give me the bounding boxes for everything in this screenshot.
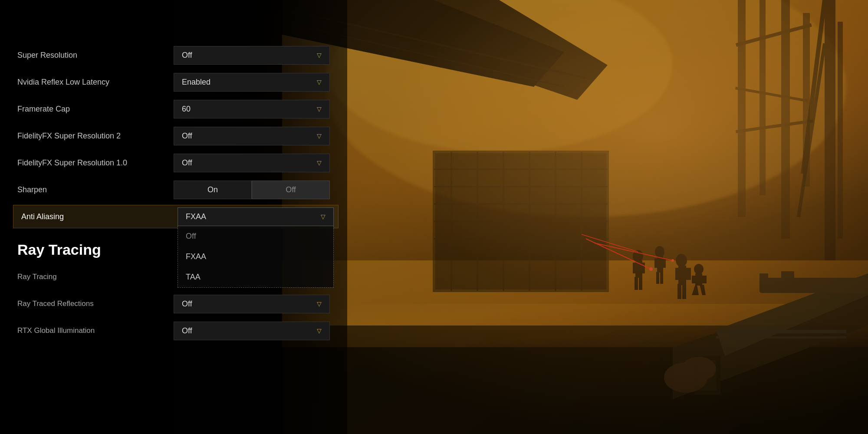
sharpen-off-button[interactable]: Off <box>252 181 330 199</box>
background-scene <box>282 0 868 434</box>
svg-point-43 <box>676 254 687 267</box>
svg-rect-68 <box>760 273 768 280</box>
fidelityfx2-label: FidelityFX Super Resolution 2 <box>13 132 174 141</box>
svg-rect-39 <box>654 258 658 268</box>
svg-rect-52 <box>702 276 707 283</box>
anti-aliasing-label: Anti Aliasing <box>17 212 178 221</box>
anti-aliasing-dropdown[interactable]: FXAA ▽ <box>178 207 334 226</box>
svg-rect-47 <box>677 284 681 299</box>
option-fxaa-label: FXAA <box>186 252 206 261</box>
svg-rect-46 <box>686 268 691 280</box>
svg-rect-64 <box>760 278 868 293</box>
settings-panel: Super Resolution Off ▽ Nvidia Reflex Low… <box>0 0 347 434</box>
svg-rect-67 <box>781 271 794 280</box>
fidelityfx2-row: FidelityFX Super Resolution 2 Off ▽ <box>13 124 339 148</box>
fidelityfx2-value: Off <box>182 132 192 141</box>
option-off[interactable]: Off <box>178 226 333 247</box>
rtx-global-illumination-label: RTX Global Illumination <box>13 326 174 335</box>
nvidia-reflex-row: Nvidia Reflex Low Latency Enabled ▽ <box>13 70 339 94</box>
svg-rect-35 <box>635 277 638 290</box>
framerate-cap-label: Framerate Cap <box>13 105 174 114</box>
ray-traced-reflections-chevron: ▽ <box>317 300 322 307</box>
super-resolution-value: Off <box>182 51 192 60</box>
anti-aliasing-options: Off FXAA TAA <box>178 226 334 288</box>
svg-rect-6 <box>781 0 790 239</box>
svg-point-59 <box>671 259 674 262</box>
fidelityfx1-value: Off <box>182 158 192 168</box>
fidelityfx1-label: FidelityFX Super Resolution 1.0 <box>13 158 174 168</box>
sharpen-off-label: Off <box>286 185 296 194</box>
svg-point-72 <box>681 357 716 381</box>
ray-tracing-item-label: Ray Tracing <box>13 273 174 281</box>
sharpen-toggle-group: On Off <box>174 181 330 199</box>
rtx-global-illumination-chevron: ▽ <box>317 327 322 334</box>
fidelityfx1-chevron: ▽ <box>317 159 322 166</box>
nvidia-reflex-value: Enabled <box>182 78 210 87</box>
svg-point-58 <box>649 267 653 271</box>
svg-rect-12 <box>838 22 843 239</box>
svg-rect-36 <box>639 277 642 290</box>
rtx-global-illumination-dropdown[interactable]: Off ▽ <box>174 322 330 340</box>
fidelityfx1-dropdown[interactable]: Off ▽ <box>174 154 330 172</box>
svg-rect-42 <box>660 272 663 284</box>
anti-aliasing-row: Anti Aliasing FXAA ▽ Off FXAA TAA <box>13 205 339 228</box>
svg-rect-45 <box>675 268 680 280</box>
framerate-cap-value: 60 <box>182 105 191 114</box>
svg-rect-11 <box>825 0 835 260</box>
settings-wrapper: Super Resolution Off ▽ Nvidia Reflex Low… <box>13 43 339 342</box>
svg-rect-51 <box>692 276 696 283</box>
framerate-cap-chevron: ▽ <box>317 105 322 112</box>
option-off-label: Off <box>186 232 196 240</box>
framerate-cap-dropdown[interactable]: 60 ▽ <box>174 100 330 118</box>
super-resolution-dropdown[interactable]: Off ▽ <box>174 46 330 65</box>
sharpen-on-button[interactable]: On <box>174 181 252 199</box>
option-taa[interactable]: TAA <box>178 267 333 287</box>
svg-rect-70 <box>716 336 846 339</box>
option-fxaa[interactable]: FXAA <box>178 247 333 267</box>
svg-point-37 <box>655 246 664 257</box>
sharpen-label: Sharpen <box>13 185 174 194</box>
framerate-cap-row: Framerate Cap 60 ▽ <box>13 97 339 121</box>
ray-traced-reflections-value: Off <box>182 299 192 309</box>
svg-rect-41 <box>656 272 659 284</box>
svg-rect-5 <box>760 0 766 195</box>
nvidia-reflex-chevron: ▽ <box>317 79 322 85</box>
svg-rect-4 <box>738 0 746 217</box>
anti-aliasing-dropdown-container: FXAA ▽ Off FXAA TAA <box>178 207 334 226</box>
nvidia-reflex-dropdown[interactable]: Enabled ▽ <box>174 73 330 92</box>
svg-rect-69 <box>716 330 846 333</box>
fidelityfx1-row: FidelityFX Super Resolution 1.0 Off ▽ <box>13 151 339 174</box>
anti-aliasing-value: FXAA <box>186 212 206 221</box>
option-taa-label: TAA <box>186 273 201 281</box>
ray-traced-reflections-label: Ray Traced Reflections <box>13 299 174 308</box>
fidelityfx2-dropdown[interactable]: Off ▽ <box>174 127 330 145</box>
sharpen-on-label: On <box>207 185 218 194</box>
anti-aliasing-chevron: ▽ <box>321 213 326 220</box>
fidelityfx2-chevron: ▽ <box>317 132 322 139</box>
super-resolution-label: Super Resolution <box>13 51 174 60</box>
nvidia-reflex-label: Nvidia Reflex Low Latency <box>13 78 174 87</box>
rtx-global-illumination-value: Off <box>182 326 192 335</box>
super-resolution-row: Super Resolution Off ▽ <box>13 43 339 67</box>
super-resolution-chevron: ▽ <box>317 52 322 59</box>
svg-rect-33 <box>633 263 637 273</box>
svg-point-49 <box>694 264 704 274</box>
ray-traced-reflections-row: Ray Traced Reflections Off ▽ <box>13 292 339 316</box>
ray-traced-reflections-dropdown[interactable]: Off ▽ <box>174 295 330 313</box>
svg-rect-48 <box>682 284 686 299</box>
rtx-global-illumination-row: RTX Global Illumination Off ▽ <box>13 319 339 342</box>
svg-rect-50 <box>695 273 702 286</box>
sharpen-row: Sharpen On Off <box>13 178 339 201</box>
svg-rect-40 <box>662 258 666 268</box>
scene-svg <box>282 0 868 434</box>
